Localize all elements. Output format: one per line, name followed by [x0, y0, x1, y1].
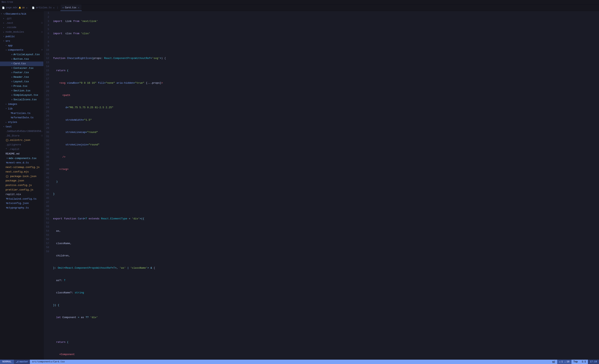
line-num-39: 39 — [45, 167, 49, 171]
line-num-37: 37 — [45, 159, 49, 163]
sidebar-item-components[interactable]: ▾ components ? — [0, 48, 43, 52]
line-num-32: 32 — [45, 139, 49, 143]
line-num-17: 17 — [45, 77, 49, 81]
tab-label: articles.ts — [36, 6, 52, 9]
code-line-17: export function Card<T extends React.Ele… — [53, 217, 597, 221]
line-num-43: 43 — [45, 184, 49, 188]
line-num-35: 35 — [45, 151, 49, 155]
sidebar-item-next-config[interactable]: next.config.mjs — [0, 170, 43, 174]
tree-arrow: ▾ — [1, 12, 3, 16]
sidebar-item-next[interactable]: ▸ .next □ — [0, 21, 43, 25]
code-line-4: function ChevronRightIcon(props: React.C… — [53, 56, 597, 60]
sidebar-item-public[interactable]: ▾ public — [0, 34, 43, 39]
branch-icon: ⎇ — [16, 360, 19, 364]
sidebar-item-card[interactable]: ⚛ Card.tsx — [0, 61, 43, 66]
sidebar-item-package-json[interactable]: package.json — [0, 179, 43, 183]
line-num-4: 4 — [45, 23, 49, 27]
sidebar-item-readme[interactable]: README.md — [0, 152, 43, 156]
sidebar-item-package-lock[interactable]: {} package-lock.json — [0, 174, 43, 179]
sidebar-item-formatdate[interactable]: TS formatDate.ts — [0, 116, 43, 120]
sidebar-item-test[interactable]: ▾ test — [0, 125, 43, 129]
sidebar-root-label: ~/Documents/bik — [3, 12, 43, 16]
line-num-54: 54 — [45, 229, 49, 233]
sidebar-item-tailwind[interactable]: TS tailwind.config.ts — [0, 197, 43, 201]
sidebar-item-node-modules[interactable]: ▸ node_modules □ — [0, 30, 43, 34]
sidebar-item-next-env[interactable]: TS next-env.d.ts — [0, 161, 43, 165]
line-num-46: 46 — [45, 196, 49, 200]
code-line-5: return ( — [53, 69, 597, 73]
status-top: Top — [572, 360, 580, 364]
sidebar-item-prose[interactable]: ⚛ Prose.tsx — [0, 84, 43, 89]
tab-articles-ts[interactable]: 📄 articles.ts ✕ | — [30, 5, 61, 11]
sidebar-item-replit[interactable]: * .replit — [0, 147, 43, 152]
line-num-29: 29 — [45, 126, 49, 130]
sidebar-item-next-sitemap[interactable]: next-sitemap.config.js — [0, 165, 43, 170]
error-icon: ✕ — [559, 360, 561, 364]
sidebar-item-app[interactable]: ▾ app — [0, 43, 43, 48]
line-num-52: 52 — [45, 221, 49, 225]
tab-file-icon: 📄 — [32, 7, 35, 9]
code-line-27: return ( — [53, 340, 597, 344]
tab-close-icon[interactable]: ✕ — [53, 6, 55, 9]
code-line-26 — [53, 328, 597, 332]
sidebar-item-gitignore[interactable]: .gitignore — [0, 143, 43, 147]
line-num-58: 58 — [45, 245, 49, 250]
sidebar-item-section[interactable]: ⚛ Section.tsx — [0, 89, 43, 93]
sidebar-item-layout[interactable]: ⚛ Layout.tsx — [0, 79, 43, 84]
code-container[interactable]: 1 2 3 4 5 6 7 8 9 10 11 12 13 14 15 16 1… — [44, 11, 599, 360]
sidebar-item-tsconfig[interactable]: TS tsconfig.json — [0, 201, 43, 206]
line-num-10: 10 — [45, 48, 49, 52]
sidebar-item-dsstore[interactable]: .DS_Store □ — [0, 134, 43, 138]
line-num-8: 8 — [45, 40, 49, 44]
code-line-28: <Component — [53, 353, 597, 357]
code-line-20: children, — [53, 254, 597, 258]
sidebar-item-article-layout[interactable]: ⚛ ArticleLayout.tsx — [0, 52, 43, 57]
line-num-7: 7 — [45, 36, 49, 40]
code-content[interactable]: import Link from 'next/link' import clsx… — [52, 11, 599, 360]
code-line-1: import Link from 'next/link' — [53, 19, 597, 24]
code-line-21: }: Omit<React.ComponentPropsWithoutRef<T… — [53, 266, 597, 270]
line-num-12: 12 — [45, 56, 49, 60]
tab-page-mdx[interactable]: 📄 page.mdx 🔔 10 ✕ — [0, 5, 30, 11]
code-line-22: as?: T — [53, 279, 597, 283]
status-branch: ⎇ master — [14, 360, 30, 364]
line-num-16: 16 — [45, 73, 49, 77]
sidebar-item-articles-ts[interactable]: TS articles.ts — [0, 111, 43, 116]
sidebar-item-styles[interactable]: ▸ styles — [0, 120, 43, 125]
line-num-30: 30 — [45, 130, 49, 135]
sidebar-item-prettier[interactable]: prettier.config.js — [0, 188, 43, 192]
sidebar-item-button[interactable]: ⚛ Button.tsx — [0, 57, 43, 61]
tab-close-icon[interactable]: ✕ — [26, 6, 28, 9]
sidebar-item-eslintrc[interactable]: {}.eslintrc.json — [0, 138, 43, 143]
sidebar-item-typography[interactable]: TS typography.ts — [0, 206, 43, 210]
sidebar-item-header[interactable]: ⚛ Header.tsx — [0, 75, 43, 79]
tab-card-tsx[interactable]: ⚛ Card.tsx ✕ — [61, 5, 82, 11]
sidebar-item-src[interactable]: ▾ src — [0, 39, 43, 43]
status-right: gj ✕ 1 ⚠ 18 Top 1:1 17:16 — [550, 360, 599, 364]
line-num-36: 36 — [45, 155, 49, 159]
code-line-9: strokeWidth="1.5" — [53, 118, 597, 122]
tab-close-icon[interactable]: ✕ — [78, 6, 80, 9]
sidebar-item-simplelayout[interactable]: ⚛ SimpleLayout.tsx — [0, 93, 43, 98]
tab-separator: | — [57, 6, 58, 9]
line-num-42: 42 — [45, 180, 49, 184]
sidebar-item-vscode[interactable]: ▸ .vscode — [0, 25, 43, 30]
sidebar-item-git[interactable]: ▸ .git — [0, 17, 43, 21]
sidebar-item-postcss[interactable]: postcss.config.js — [0, 183, 43, 188]
sidebar-item-socialicons[interactable]: ⚛ SocialIcons.tsx — [0, 98, 43, 102]
sidebar-item-replit-nix[interactable]: replit.nix — [0, 192, 43, 197]
error-count: 1 — [561, 360, 563, 363]
line-num-2: 2 — [45, 15, 49, 19]
sidebar-item-mdx-components[interactable]: ⚛ mdx-components.tsx — [0, 156, 43, 161]
code-line-19: className, — [53, 242, 597, 246]
sidebar-item-images[interactable]: ▸ images — [0, 102, 43, 107]
line-num-44: 44 — [45, 188, 49, 192]
sidebar-item-lib[interactable]: ▾ lib — [0, 107, 43, 111]
sidebar-item-footer[interactable]: ⚛ Footer.tsx — [0, 70, 43, 75]
line-num-33: 33 — [45, 143, 49, 147]
sidebar-root[interactable]: ▾ ~/Documents/bik — [0, 12, 43, 17]
line-num-55: 55 — [45, 233, 49, 237]
sidebar-item-container[interactable]: ⚛ Container.tsx — [0, 66, 43, 71]
line-num-6: 6 — [45, 32, 49, 36]
sidebar-item-tmpfile[interactable]: .1m6batd545dsr2808593507~ — [0, 129, 43, 134]
